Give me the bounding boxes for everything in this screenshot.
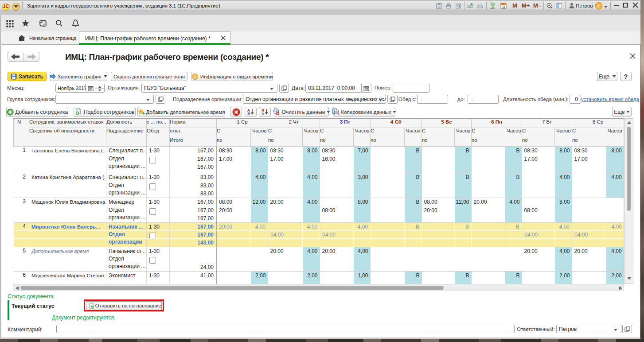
svg-text:А: А bbox=[262, 112, 264, 116]
svg-text:i: i bbox=[194, 74, 195, 79]
svg-text:31: 31 bbox=[502, 5, 505, 9]
svg-text:Я: Я bbox=[247, 112, 250, 116]
